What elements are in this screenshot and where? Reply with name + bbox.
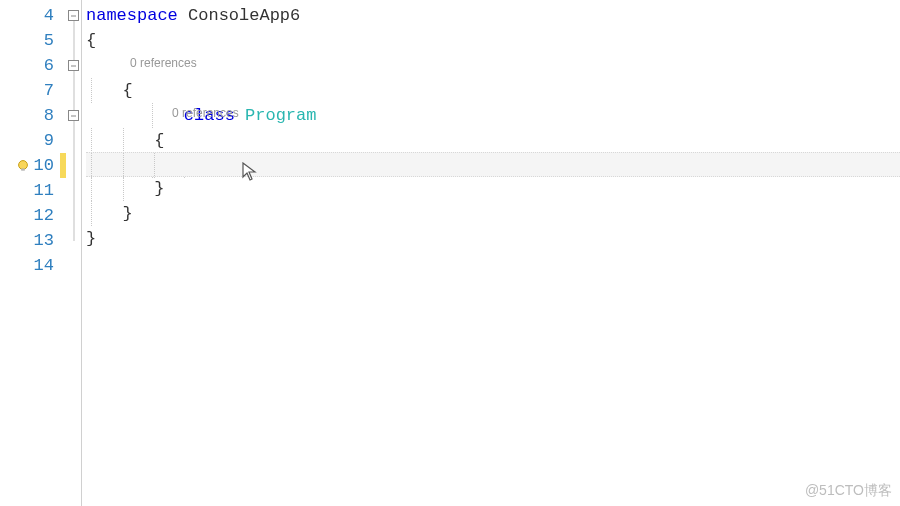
line-number: 5 <box>0 28 54 53</box>
line-number: 9 <box>0 128 54 153</box>
svg-point-0 <box>18 160 27 169</box>
code-line[interactable]: } <box>86 176 900 201</box>
line-number: 6 <box>0 53 54 78</box>
fold-toggle-icon[interactable] <box>68 10 79 21</box>
code-line[interactable]: 0 references class Program <box>86 53 900 78</box>
line-number: 12 <box>0 203 54 228</box>
lightbulb-icon[interactable] <box>16 159 30 173</box>
line-number: 10 <box>0 153 54 178</box>
line-number: 4 <box>0 3 54 28</box>
code-editor[interactable]: 4 5 6 7 8 9 10 11 12 13 14 <box>0 0 900 506</box>
code-line[interactable]: namespace ConsoleApp6 <box>86 3 900 28</box>
code-line[interactable] <box>86 251 900 276</box>
code-line[interactable]: } <box>86 226 900 251</box>
code-line[interactable]: { <box>86 28 900 53</box>
line-number-gutter: 4 5 6 7 8 9 10 11 12 13 14 <box>0 0 60 506</box>
codelens-references[interactable]: 0 references <box>130 51 197 76</box>
keyword: namespace <box>86 6 178 25</box>
fold-toggle-icon[interactable] <box>68 110 79 121</box>
namespace-name: ConsoleApp6 <box>188 6 300 25</box>
code-area[interactable]: namespace ConsoleApp6 { 0 references cla… <box>82 0 900 506</box>
line-number: 11 <box>0 178 54 203</box>
code-line[interactable]: { <box>86 78 900 103</box>
outlining-margin[interactable] <box>66 0 82 506</box>
svg-rect-1 <box>21 168 25 170</box>
line-number: 7 <box>0 78 54 103</box>
watermark-text: @51CTO博客 <box>805 482 892 500</box>
fold-toggle-icon[interactable] <box>68 60 79 71</box>
code-line[interactable]: } <box>86 201 900 226</box>
line-number: 13 <box>0 228 54 253</box>
line-number: 14 <box>0 253 54 278</box>
code-line[interactable]: 0 references static void Main(string[] a… <box>86 103 900 128</box>
line-number: 8 <box>0 103 54 128</box>
codelens-references[interactable]: 0 references <box>172 101 239 126</box>
code-line-current[interactable] <box>86 152 900 177</box>
code-line[interactable]: { <box>86 128 900 153</box>
